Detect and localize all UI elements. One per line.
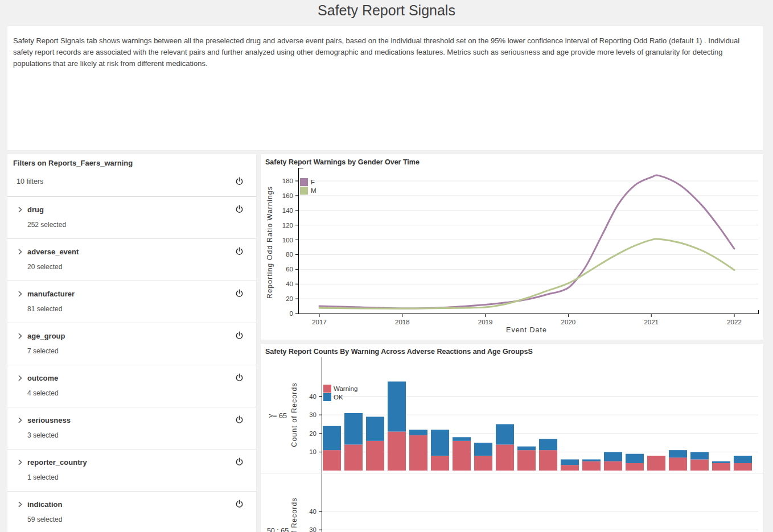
line-series-M[interactable]	[319, 239, 734, 308]
filter-selected-count: 3 selected	[27, 431, 59, 439]
filter-name: seriousness	[27, 416, 71, 424]
svg-text:20: 20	[309, 430, 316, 437]
chevron-right-icon[interactable]	[18, 333, 23, 339]
filter-selected-count: 20 selected	[27, 263, 62, 271]
svg-text:160: 160	[282, 192, 293, 199]
chevron-right-icon[interactable]	[18, 207, 23, 213]
filters-panel: Filters on Reports_Faers_warning 10 filt…	[7, 154, 256, 532]
filter-name: outcome	[27, 374, 58, 382]
svg-text:2020: 2020	[561, 319, 576, 325]
filter-power-button-outcome[interactable]	[234, 372, 245, 383]
svg-text:40: 40	[309, 393, 316, 400]
chevron-right-icon[interactable]	[18, 249, 23, 255]
filter-selected-count: 59 selected	[27, 515, 62, 523]
filter-selected-count: 1 selected	[27, 473, 59, 481]
power-icon	[235, 177, 244, 185]
filter-selected-count: 7 selected	[27, 347, 59, 355]
svg-text:30: 30	[309, 526, 316, 532]
power-icon	[235, 373, 244, 382]
svg-text:100: 100	[282, 237, 293, 244]
filter-item-seriousness[interactable]: seriousness3 selected	[7, 407, 256, 449]
filter-selected-count: 81 selected	[27, 305, 62, 313]
svg-text:140: 140	[282, 207, 293, 214]
svg-text:180: 180	[282, 178, 293, 184]
filters-panel-title: Filters on Reports_Faers_warning	[13, 159, 133, 167]
row-label-0: >= 65	[269, 412, 287, 420]
warning-bar-chart-card: Safety Report Counts By Warning Across A…	[261, 344, 763, 532]
filter-item-manufacturer[interactable]: manufacturer81 selected	[7, 281, 256, 323]
x-axis: 201720182019202020212022Event Date	[298, 310, 759, 334]
svg-text:2019: 2019	[478, 319, 493, 325]
row-label-1: 50 : 65	[267, 527, 289, 532]
svg-text:Warning: Warning	[334, 385, 357, 392]
power-icon	[235, 205, 244, 213]
gender-line-chart[interactable]: 020406080100120140160180Reporting Odd Ra…	[261, 154, 763, 340]
filter-item-reporter_country[interactable]: reporter_country1 selected	[7, 449, 256, 492]
svg-text:M: M	[311, 187, 316, 194]
svg-text:Event Date: Event Date	[506, 326, 547, 334]
power-icon	[235, 500, 244, 508]
svg-text:Count of Records: Count of Records	[290, 497, 298, 532]
filter-power-button-reporter_country[interactable]	[234, 456, 245, 467]
gridlines	[298, 181, 758, 299]
bar-chart-title: Safety Report Counts By Warning Across A…	[265, 348, 533, 356]
svg-text:60: 60	[286, 266, 293, 273]
svg-text:2022: 2022	[727, 319, 742, 325]
svg-text:Reporting Odd Ratio Warnings: Reporting Odd Ratio Warnings	[266, 186, 274, 299]
chevron-right-icon	[18, 417, 23, 423]
chevron-right-icon[interactable]	[18, 375, 23, 381]
chevron-right-icon	[18, 291, 23, 297]
facet-row-1: 10203040Count of Records50 : 65	[267, 473, 758, 532]
svg-text:40: 40	[309, 508, 316, 515]
svg-text:OK: OK	[334, 394, 343, 401]
page-title: Safety Report Signals	[0, 0, 773, 25]
chevron-right-icon[interactable]	[18, 417, 23, 423]
svg-text:0: 0	[290, 310, 293, 317]
filter-power-button-age_group[interactable]	[234, 330, 245, 341]
filter-items-list: drug252 selectedadverse_event20 selected…	[7, 197, 256, 532]
chevron-right-icon[interactable]	[18, 459, 23, 465]
filter-name: indication	[27, 500, 62, 509]
warning-bar-chart[interactable]: 10203040Count of Records>= 6510203040Cou…	[261, 344, 763, 532]
legend[interactable]: WarningOK	[323, 385, 357, 401]
bars-ok[interactable]	[323, 382, 752, 465]
filters-master-power-button[interactable]	[234, 176, 245, 187]
svg-text:F: F	[311, 179, 315, 185]
svg-text:80: 80	[286, 251, 293, 258]
warning-bar-chart-svg[interactable]: 10203040Count of Records>= 6510203040Cou…	[261, 344, 763, 532]
svg-text:2021: 2021	[644, 319, 659, 325]
filter-item-adverse_event[interactable]: adverse_event20 selected	[7, 239, 256, 281]
svg-text:40: 40	[286, 281, 293, 287]
svg-text:Count of Records: Count of Records	[290, 382, 298, 447]
filters-header: Filters on Reports_Faers_warning 10 filt…	[7, 154, 256, 197]
chevron-right-icon	[18, 207, 23, 213]
filter-name: adverse_event	[27, 248, 79, 256]
power-icon	[235, 331, 244, 340]
legend-swatch-M	[300, 187, 308, 195]
filter-power-button-indication[interactable]	[234, 498, 245, 509]
filter-item-indication[interactable]: indication59 selected	[7, 492, 256, 532]
filter-power-button-drug[interactable]	[234, 204, 245, 215]
filter-power-button-seriousness[interactable]	[234, 414, 245, 425]
power-icon	[235, 247, 244, 255]
description-text: Safety Report Signals tab shows warnings…	[7, 26, 760, 69]
chevron-right-icon	[18, 333, 23, 339]
filter-power-button-adverse_event[interactable]	[234, 246, 245, 257]
legend-swatch-OK	[323, 393, 331, 401]
filter-item-outcome[interactable]: outcome4 selected	[7, 365, 256, 407]
description-panel: Safety Report Signals tab shows warnings…	[7, 26, 763, 150]
legend[interactable]: FM	[300, 178, 316, 195]
svg-text:2018: 2018	[395, 319, 410, 325]
gender-line-chart-svg[interactable]: 020406080100120140160180Reporting Odd Ra…	[261, 154, 763, 340]
bars-warning[interactable]	[323, 432, 752, 471]
svg-text:20: 20	[286, 295, 293, 302]
filter-name: manufacturer	[27, 290, 75, 298]
filter-power-button-manufacturer[interactable]	[234, 288, 245, 299]
filter-item-drug[interactable]: drug252 selected	[7, 197, 256, 239]
filter-selected-count: 4 selected	[27, 389, 59, 397]
chevron-right-icon[interactable]	[18, 501, 23, 508]
chevron-right-icon	[18, 375, 23, 381]
chevron-right-icon[interactable]	[18, 291, 23, 297]
filter-item-age_group[interactable]: age_group7 selected	[7, 323, 256, 365]
power-icon	[235, 415, 244, 424]
